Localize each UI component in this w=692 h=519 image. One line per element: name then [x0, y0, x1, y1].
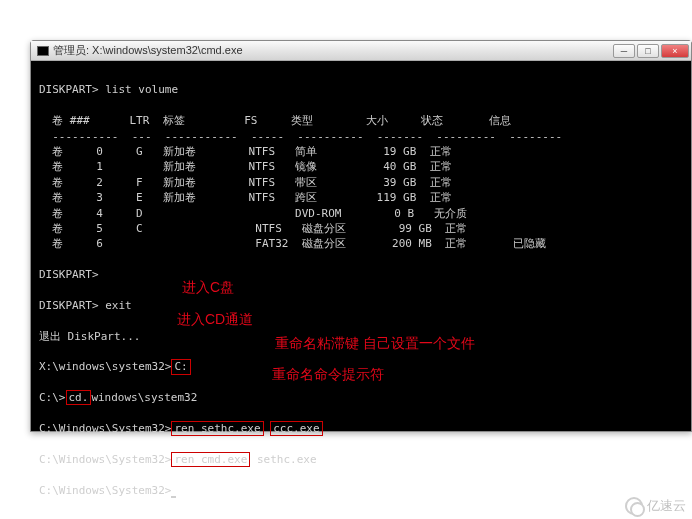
diskpart-cmd: DISKPART> list volume [39, 83, 178, 96]
annotation-cd: 进入CD通道 [177, 311, 253, 329]
highlight-ccc: ccc.exe [270, 421, 322, 436]
table-row: 卷 0 G 新加卷 NTFS 简单 19 GB 正常 [39, 145, 452, 158]
watermark-icon [625, 497, 643, 515]
watermark-text: 亿速云 [647, 497, 686, 515]
highlight-cd: cd. [66, 390, 92, 405]
highlight-c-drive: C: [171, 359, 190, 374]
close-button[interactable]: × [661, 44, 689, 58]
table-header: 卷 ### LTR 标签 FS 类型 大小 状态 信息 [39, 114, 511, 127]
prompt-sys32: C:\Windows\System32> [39, 453, 171, 466]
table-row: 卷 6 FAT32 磁盘分区 200 MB 正常 已隐藏 [39, 237, 546, 250]
window-title: 管理员: X:\windows\system32\cmd.exe [53, 43, 613, 58]
annotation-enter-c: 进入C盘 [182, 279, 234, 297]
exit-msg: 退出 DiskPart... [39, 330, 140, 343]
table-row: 卷 3 E 新加卷 NTFS 跨区 119 GB 正常 [39, 191, 452, 204]
sethc-target: sethc.exe [257, 453, 317, 466]
cd-path: windows\system32 [91, 391, 197, 404]
cmd-icon [37, 46, 49, 56]
highlight-ren2: ren cmd.exe [171, 452, 250, 467]
maximize-button[interactable]: □ [637, 44, 659, 58]
minimize-button[interactable]: ─ [613, 44, 635, 58]
prompt-sys32: C:\Windows\System32> [39, 484, 171, 497]
terminal-output[interactable]: DISKPART> list volume 卷 ### LTR 标签 FS 类型… [31, 61, 691, 504]
diskpart-prompt: DISKPART> [39, 268, 99, 281]
exit-cmd: DISKPART> exit [39, 299, 132, 312]
highlight-ren1: ren sethc.exe [171, 421, 263, 436]
annotation-rename1: 重命名粘滞键 自己设置一个文件 [275, 335, 475, 353]
window-controls: ─ □ × [613, 44, 689, 58]
prompt-x: X:\windows\system32> [39, 360, 171, 373]
watermark: 亿速云 [625, 497, 686, 515]
titlebar[interactable]: 管理员: X:\windows\system32\cmd.exe ─ □ × [31, 41, 691, 61]
annotation-rename2: 重命名命令提示符 [272, 366, 384, 384]
prompt-sys32: C:\Windows\System32> [39, 422, 171, 435]
table-row: 卷 2 F 新加卷 NTFS 带区 39 GB 正常 [39, 176, 452, 189]
table-divider: ---------- --- ----------- ----- -------… [39, 130, 562, 143]
table-row: 卷 5 C NTFS 磁盘分区 99 GB 正常 [39, 222, 467, 235]
prompt-c: C:\> [39, 391, 66, 404]
cursor-icon [171, 496, 176, 498]
table-row: 卷 4 D DVD-ROM 0 B 无介质 [39, 207, 467, 220]
table-row: 卷 1 新加卷 NTFS 镜像 40 GB 正常 [39, 160, 452, 173]
